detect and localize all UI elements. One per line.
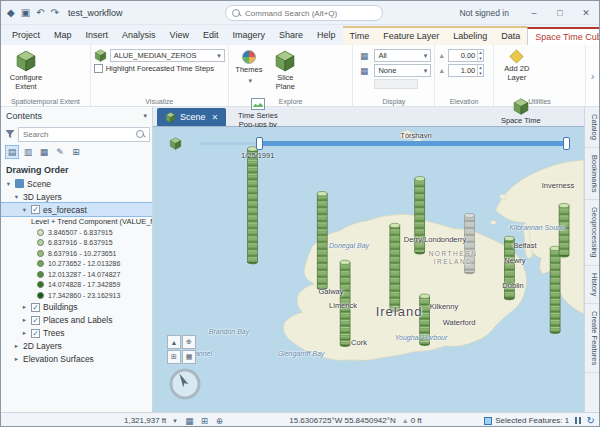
elevation-exaggeration-spinner[interactable]: 1.00 ▴▾ [448,64,484,77]
save-icon[interactable]: ▣ [21,7,30,18]
maximize-button[interactable]: □ [547,1,573,24]
tab-help[interactable]: Help [310,26,343,45]
time-slider-range[interactable] [259,141,565,146]
time-slider-handle-end[interactable] [563,137,570,150]
tree-item-buildings[interactable]: ▸✓Buildings [1,301,152,314]
pan-button[interactable]: ⊕ [182,335,196,349]
collapse-icon[interactable]: ▾ [13,193,20,201]
minimize-button[interactable]: – [521,1,547,24]
tab-map[interactable]: Map [47,26,79,45]
undo-icon[interactable]: ↶ [36,7,44,18]
compass[interactable] [168,367,202,401]
layer-checkbox[interactable]: ✓ [31,329,40,338]
command-search[interactable] [225,5,383,21]
expand-icon[interactable]: ▸ [13,342,20,350]
layer-checkbox[interactable]: ✓ [31,205,40,214]
expand-icon[interactable]: ▸ [21,316,28,324]
list-by-selection-icon[interactable]: ▦ [37,145,51,159]
layer-checkbox[interactable]: ✓ [31,303,40,312]
map-canvas[interactable] [153,127,584,411]
contents-search-input[interactable] [23,130,133,139]
contents-search[interactable] [18,127,150,142]
list-by-snapping-icon[interactable]: ⊞ [69,145,83,159]
list-by-drawing-order-icon[interactable]: ▤ [5,145,19,159]
spacetime-column[interactable] [415,179,425,253]
tab-share[interactable]: Share [272,26,310,45]
locate-icon[interactable]: ⊕ [212,416,227,426]
layer-checkbox[interactable]: ✓ [31,316,40,325]
spacetime-column[interactable] [340,262,350,345]
close-button[interactable]: ✕ [573,1,599,24]
collapse-icon[interactable]: ▾ [21,206,28,214]
layers-toggle-button[interactable]: ▦ [182,350,196,364]
configure-extent-button[interactable]: Configure Extent [4,47,48,95]
zoom-in-button[interactable]: ⊞ [167,350,181,364]
spacetime-column[interactable] [465,216,475,273]
time-slider-handle-start[interactable] [256,137,263,150]
spacetime-column[interactable] [248,149,258,262]
pane-tab-history[interactable]: History [585,266,599,304]
expand-icon[interactable]: ▸ [13,355,20,363]
collapse-icon[interactable]: ▾ [5,180,12,188]
pane-menu-icon[interactable]: ▾ [143,112,147,120]
tree-item-trees[interactable]: ▸✓Trees [1,327,152,340]
variable-dropdown[interactable]: ALUE_MEDIAN_ZEROS ▾ [110,49,225,62]
elevation-offset-spinner[interactable]: 0.00 ▴▾ [448,49,484,62]
tab-analysis[interactable]: Analysis [115,26,163,45]
spacetime-column[interactable] [390,226,400,311]
tree-item-elevation-surfaces[interactable]: ▸ Elevation Surfaces [1,353,152,366]
close-view-icon[interactable]: ✕ [212,113,219,122]
display-filter-none[interactable]: None ▾ [374,64,431,77]
tab-view[interactable]: View [163,26,196,45]
spacetime-column[interactable] [559,206,569,256]
tree-item-3d-layers[interactable]: ▾ 3D Layers [1,190,152,203]
tab-edit[interactable]: Edit [196,26,226,45]
pane-tab-bookmarks[interactable]: Bookmarks [585,148,599,201]
spacetime-column[interactable] [420,296,430,344]
snap-toggle-icon[interactable]: ⊞ [197,416,212,426]
selected-features-badge[interactable]: Selected Features: 1 [484,416,569,425]
pane-tab-geoprocessing[interactable]: Geoprocessing [585,200,599,265]
tab-space-time-cube[interactable]: Space Time Cube [527,27,600,45]
map-scale-dropdown[interactable]: 1,321,937 ft ▾ [119,414,182,427]
list-by-source-icon[interactable]: ▥ [21,145,35,159]
pane-tab-create-features[interactable]: Create Features [585,304,599,373]
add-2d-layer-button[interactable]: Add 2D Layer [497,47,537,95]
tree-item-places-and-labels[interactable]: ▸✓Places and Labels [1,314,152,327]
filter-funnel-icon[interactable] [5,129,15,139]
themes-button[interactable]: Themes ▾ [232,47,266,95]
command-search-input[interactable] [245,9,376,18]
tab-labeling[interactable]: Labeling [446,26,494,45]
expand-icon[interactable]: ▸ [21,303,28,311]
tab-project[interactable]: Project [5,26,47,45]
slice-plane-button[interactable]: Slice Plane [268,47,302,95]
tab-data[interactable]: Data [494,26,527,45]
scene-viewport[interactable]: TórshavnInvernessKilbrannan SoundDerry/L… [153,127,584,412]
expand-icon[interactable]: ▸ [21,329,28,337]
pane-tab-catalog[interactable]: Catalog [585,107,599,148]
app-icon[interactable]: ◆ [7,7,15,18]
display-filter-all[interactable]: All ▾ [374,49,431,62]
highlight-forecast-checkbox[interactable] [94,64,103,73]
redo-icon[interactable]: ↷ [51,7,59,18]
list-by-editing-icon[interactable]: ✎ [53,145,67,159]
time-slider[interactable]: 1/25/1991 [153,133,584,159]
ribbon-overflow-button[interactable]: › [586,45,599,106]
tab-feature-layer[interactable]: Feature Layer [376,26,446,45]
refresh-icon[interactable]: ↻ [587,415,595,426]
zoom-full-extent-button[interactable]: ▲ [167,335,181,349]
sign-in-status[interactable]: Not signed in [459,8,509,18]
tree-item-scene[interactable]: ▾ Scene [1,177,152,190]
tab-time[interactable]: Time [343,26,377,45]
spin-down-icon[interactable]: ▾ [478,71,483,77]
tab-insert[interactable]: Insert [79,26,116,45]
grid-toggle-icon[interactable]: ▦ [182,416,197,426]
tab-imagery[interactable]: Imagery [225,26,272,45]
spacetime-column[interactable] [550,248,560,332]
spacetime-column[interactable] [317,194,327,289]
pause-drawing-icon[interactable] [575,417,581,424]
spacetime-column[interactable] [504,238,514,298]
spin-down-icon[interactable]: ▾ [478,56,483,62]
tab-scene[interactable]: Scene ✕ [157,108,226,126]
tree-item-2d-layers[interactable]: ▸ 2D Layers [1,340,152,353]
